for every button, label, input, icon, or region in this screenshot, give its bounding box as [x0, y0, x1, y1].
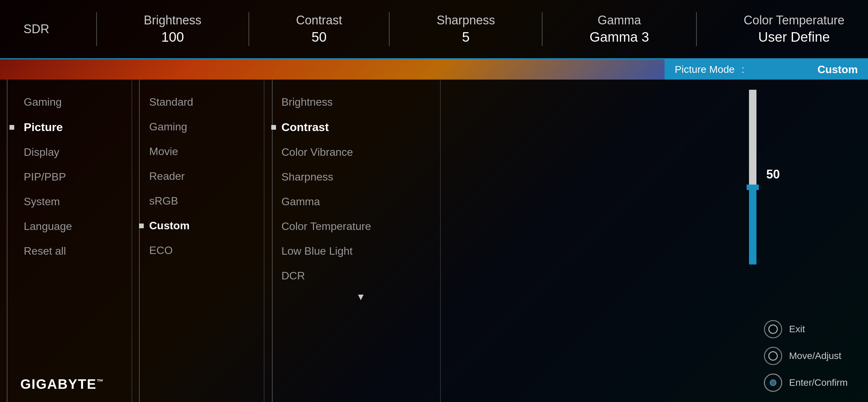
nav-item-display[interactable]: Display — [14, 140, 132, 165]
setting-gamma[interactable]: Gamma — [281, 189, 440, 214]
nav-item-gaming[interactable]: Gaming — [14, 90, 132, 114]
gamma-value: Gamma 3 — [590, 28, 649, 46]
sdr-indicator: SDR — [23, 21, 49, 37]
contrast-label: Contrast — [296, 13, 342, 28]
mode-standard[interactable]: Standard — [149, 90, 264, 114]
divider-4 — [542, 12, 542, 46]
nav-item-reset-all[interactable]: Reset all — [14, 239, 132, 263]
picture-mode-value: Custom — [817, 63, 858, 76]
picture-settings-column: Brightness Contrast Color Vibrance Sharp… — [264, 80, 441, 402]
color-temp-label: Color Temperature — [744, 13, 844, 28]
slider-track-lower — [749, 190, 756, 265]
setting-brightness[interactable]: Brightness — [281, 90, 440, 114]
setting-sharpness[interactable]: Sharpness — [281, 165, 440, 189]
col2-indicator-line — [139, 80, 140, 402]
slider-handle[interactable] — [747, 185, 759, 190]
sharpness-value: 5 — [462, 28, 470, 46]
gigabyte-logo: GIGABYTE™ — [20, 377, 104, 392]
brightness-indicator: Brightness 100 — [144, 13, 201, 46]
setting-color-temperature[interactable]: Color Temperature — [281, 214, 440, 239]
nav-item-picture[interactable]: Picture — [14, 114, 132, 140]
contrast-value: 50 — [312, 28, 327, 46]
slider-value: 50 — [766, 167, 780, 182]
exit-icon-inner — [768, 324, 778, 334]
sdr-label: SDR — [23, 21, 49, 37]
picture-mode-colon: : — [742, 64, 744, 75]
sharpness-indicator: Sharpness 5 — [437, 13, 495, 46]
divider-5 — [696, 12, 697, 46]
mode-eco[interactable]: ECO — [149, 238, 264, 263]
enter-icon-dot — [770, 379, 776, 386]
nav-item-language[interactable]: Language — [14, 214, 132, 239]
mode-gaming[interactable]: Gaming — [149, 114, 264, 139]
osd-overlay: SDR Brightness 100 Contrast 50 Sharpness… — [0, 0, 868, 402]
main-nav-column: Gaming Picture Display PIP/PBP System La… — [0, 80, 132, 402]
enter-confirm-control[interactable]: Enter/Confirm — [764, 374, 848, 392]
mode-custom[interactable]: Custom — [149, 213, 264, 238]
move-icon-inner — [768, 351, 778, 361]
mode-srgb[interactable]: sRGB — [149, 189, 264, 213]
slider-track-upper — [749, 90, 756, 185]
slider-controls-column: 50 Exit Move/Adjust — [441, 80, 868, 402]
brightness-value: 100 — [161, 28, 184, 46]
nav-item-system[interactable]: System — [14, 189, 132, 214]
picture-mode-label: Picture Mode — [675, 64, 735, 75]
gamma-label: Gamma — [598, 13, 641, 28]
top-status-bar: SDR Brightness 100 Contrast 50 Sharpness… — [0, 0, 868, 59]
gamma-indicator: Gamma Gamma 3 — [590, 13, 649, 46]
sharpness-label: Sharpness — [437, 13, 495, 28]
picture-modes-column: Standard Gaming Movie Reader sRGB Custom… — [132, 80, 264, 402]
enter-icon — [764, 374, 782, 392]
exit-label: Exit — [789, 324, 805, 335]
scroll-down-arrow: ▼ — [281, 292, 440, 302]
contrast-slider[interactable]: 50 — [746, 90, 760, 259]
setting-low-blue-light[interactable]: Low Blue Light — [281, 239, 440, 263]
mode-movie[interactable]: Movie — [149, 139, 264, 164]
contrast-indicator: Contrast 50 — [296, 13, 342, 46]
exit-icon — [764, 320, 782, 338]
mode-reader[interactable]: Reader — [149, 164, 264, 189]
move-icon — [764, 347, 782, 365]
divider-1 — [96, 12, 97, 46]
color-temp-value: User Define — [758, 28, 830, 46]
setting-contrast[interactable]: Contrast — [281, 114, 440, 140]
setting-color-vibrance[interactable]: Color Vibrance — [281, 140, 440, 165]
picture-mode-bar: Picture Mode : Custom — [665, 59, 868, 80]
enter-label: Enter/Confirm — [789, 377, 848, 388]
color-temp-indicator: Color Temperature User Define — [744, 13, 844, 46]
divider-3 — [389, 12, 390, 46]
brightness-label: Brightness — [144, 13, 201, 28]
move-adjust-control[interactable]: Move/Adjust — [764, 347, 848, 365]
col1-indicator-line — [7, 80, 7, 402]
move-label: Move/Adjust — [789, 351, 841, 361]
menu-area: Gaming Picture Display PIP/PBP System La… — [0, 80, 868, 402]
setting-dcr[interactable]: DCR — [281, 263, 440, 288]
osd-controls: Exit Move/Adjust Enter/Confirm — [764, 320, 848, 392]
exit-control[interactable]: Exit — [764, 320, 848, 338]
divider-2 — [249, 12, 249, 46]
nav-item-pip-pbp[interactable]: PIP/PBP — [14, 165, 132, 189]
